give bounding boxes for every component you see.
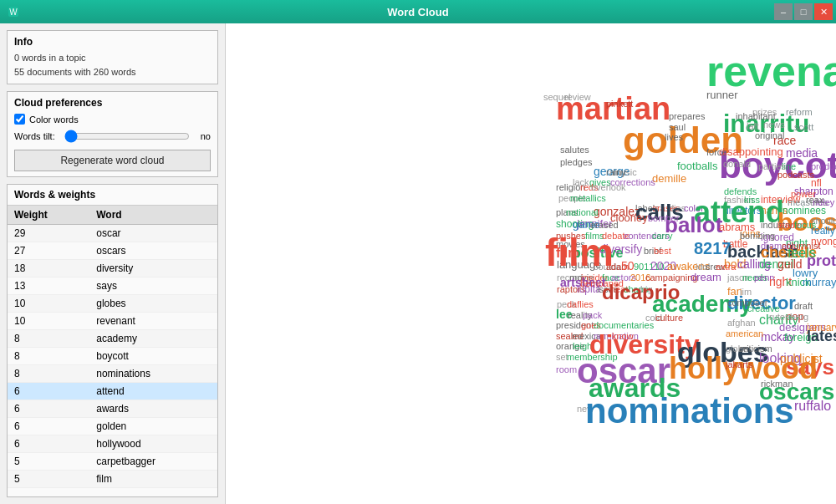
weights-title: Words & weights (8, 185, 217, 206)
info-box: Info 0 words in a topic 55 documents wit… (7, 30, 218, 84)
weight-cell: 5 (8, 471, 89, 488)
table-row[interactable]: 8nominations (8, 365, 217, 383)
word-cell: globes (89, 295, 217, 313)
color-words-label: Color words (29, 115, 79, 125)
word-awards: awards (589, 373, 681, 403)
col-word: Word (89, 206, 217, 225)
weights-table: Weight Word 29oscar27oscars18diversity13… (8, 206, 217, 488)
word-50: 50 (621, 259, 635, 272)
word-8217: 8217 (694, 239, 732, 257)
table-row[interactable]: 27oscars (8, 242, 217, 260)
word-overlook: overlook (591, 182, 626, 192)
weight-cell: 6 (8, 418, 89, 435)
info-line2: 55 documents with 260 words (14, 65, 211, 79)
weight-cell: 27 (8, 242, 89, 260)
prefs-title: Cloud preferences (14, 97, 211, 109)
word-cell: carpetbagger (89, 453, 217, 471)
weight-cell: 13 (8, 277, 89, 295)
word-review: review (564, 92, 591, 102)
table-row[interactable]: 18diversity (8, 260, 217, 277)
word-pinkett: pinkett (606, 99, 633, 109)
word-prepares: prepares (669, 111, 706, 121)
weight-cell: 6 (8, 435, 89, 453)
word-cloud-panel: revenant martian inarritu golden boycott… (226, 23, 836, 504)
word-bombing: bombing (740, 231, 775, 241)
word-murray: murray (803, 276, 836, 288)
word-best: best (654, 246, 671, 256)
word-room: room (556, 364, 577, 374)
weight-cell: 6 (8, 400, 89, 418)
minimize-button[interactable]: – (774, 3, 793, 20)
info-title: Info (14, 36, 211, 48)
col-weight: Weight (8, 206, 89, 225)
weight-cell: 8 (8, 348, 89, 365)
word-runner: runner (706, 89, 738, 101)
word-clooney: clooney (610, 211, 648, 224)
weights-table-wrap[interactable]: Weight Word 29oscar27oscars18diversity13… (8, 206, 217, 496)
word-rutenberg: rutenberg (769, 312, 808, 322)
word-demille: demille (652, 172, 686, 185)
weight-cell: 5 (8, 453, 89, 471)
weight-cell: 10 (8, 313, 89, 330)
svg-text:W: W (9, 8, 18, 17)
word-media: media (786, 146, 818, 160)
word-cell: attend (89, 383, 217, 400)
word-dream: dream (691, 271, 721, 283)
word-cell: oscar (89, 225, 217, 242)
word-american: american (726, 328, 763, 339)
table-row[interactable]: 5carpetbagger (8, 453, 217, 471)
word-cell: film (89, 471, 217, 488)
table-row[interactable]: 10globes (8, 295, 217, 313)
table-row[interactable]: 6golden (8, 418, 217, 435)
word-pledges: pledges (560, 157, 593, 167)
word-cell: boycott (89, 348, 217, 365)
close-button[interactable]: ✕ (814, 3, 833, 20)
tilt-slider[interactable] (64, 130, 190, 143)
word-focus: focus (794, 220, 817, 230)
word-donald: donald (723, 159, 751, 169)
word-cell: says (89, 277, 217, 295)
word-draft: draft (794, 301, 813, 311)
table-row[interactable]: 8boycott (8, 348, 217, 365)
tilt-label: Words tilt: (14, 131, 60, 141)
word-cell: academy (89, 330, 217, 348)
weight-cell: 10 (8, 295, 89, 313)
word-jakarts: jakarts (725, 359, 753, 369)
table-row[interactable]: 6hollywood (8, 435, 217, 453)
prefs-box: Cloud preferences Color words Words tilt… (7, 91, 218, 177)
table-row[interactable]: 6awards (8, 400, 217, 418)
word-producer: producer (811, 161, 836, 171)
word-bemoaned: bemoaned (580, 278, 624, 288)
main-content: Info 0 words in a topic 55 documents wit… (0, 23, 836, 504)
table-row[interactable]: 29oscar (8, 225, 217, 242)
weight-cell: 6 (8, 383, 89, 400)
word-latest: latest (807, 328, 836, 344)
word-criticism: criticism (739, 344, 772, 354)
color-words-row: Color words (14, 114, 211, 125)
word-cloud: revenant martian inarritu golden boycott… (226, 23, 836, 504)
word-rainy: rainy (606, 167, 626, 177)
maximize-button[interactable]: □ (794, 3, 813, 20)
word-cell: revenant (89, 313, 217, 330)
word-reform: reform (786, 107, 813, 117)
word-force: force (706, 147, 726, 157)
word-cloud-svg: revenant martian inarritu golden boycott… (226, 23, 836, 504)
window-title: Word Cloud (387, 6, 448, 18)
regen-button[interactable]: Regenerate word cloud (14, 150, 211, 171)
word-pack: pack (583, 310, 603, 320)
color-words-checkbox[interactable] (14, 114, 25, 125)
word-defends: defends (724, 186, 757, 196)
weights-box: Words & weights Weight Word 29oscar27osc… (7, 184, 218, 497)
left-panel: Info 0 words in a topic 55 documents wit… (0, 23, 226, 504)
table-row[interactable]: 10revenant (8, 313, 217, 330)
table-row[interactable]: 13says (8, 277, 217, 295)
word-cell: golden (89, 418, 217, 435)
app-icon: W (7, 5, 20, 18)
table-row[interactable]: 8academy (8, 330, 217, 348)
window-controls: – □ ✕ (774, 3, 833, 20)
word-power: power (791, 189, 816, 199)
table-header: Weight Word (8, 206, 217, 225)
word-metallics: metallics (570, 193, 606, 203)
table-row[interactable]: 6attend (8, 383, 217, 400)
table-row[interactable]: 5film (8, 471, 217, 488)
